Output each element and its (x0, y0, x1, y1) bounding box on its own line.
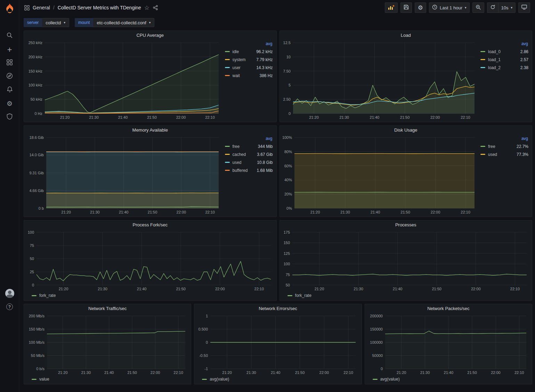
panel-title[interactable]: Process Fork/sec (24, 220, 276, 230)
legend-item[interactable]: fork_rate (287, 292, 311, 299)
panel-memory-available: Memory Available 0 b4.66 Gib9.31 Gib14.0… (24, 125, 277, 217)
legend-item[interactable]: avg(value) (373, 376, 400, 383)
variable-value-mount[interactable]: etc-collectd-collectd.conf ▾ (93, 18, 154, 27)
legend-avg-header: avg (480, 135, 528, 142)
sidebar: + ⚙ ? (0, 0, 19, 392)
legend-swatch (225, 146, 230, 147)
svg-text:200000: 200000 (370, 314, 383, 318)
sidebar-item-server-admin[interactable] (0, 110, 19, 124)
legend-item[interactable]: fork_rate (32, 292, 56, 299)
legend-series-label: system (233, 57, 246, 62)
sidebar-item-alerting[interactable] (0, 83, 19, 97)
tv-mode-button[interactable] (518, 2, 530, 13)
legend-item[interactable]: value (32, 376, 49, 383)
svg-text:150000: 150000 (370, 327, 383, 331)
svg-text:21:50: 21:50 (147, 115, 157, 119)
legend-item[interactable]: buffered1.68 Mib (225, 166, 273, 174)
chart-svg: 0%20%40%60%80%100%21:2021:3021:4021:5022… (283, 135, 477, 215)
plus-icon: + (7, 45, 12, 54)
panel-title[interactable]: Memory Available (24, 126, 276, 135)
legend-item[interactable]: free22.7% (480, 142, 528, 150)
legend-item[interactable]: load_22.38 (480, 64, 528, 72)
legend: avgload_02.86load_12.57load_22.38 (477, 40, 529, 120)
breadcrumb-section[interactable]: General (33, 5, 50, 10)
chart-plot[interactable]: -1-0.5000.500121:2021:3021:4021:5022:002… (197, 313, 358, 376)
refresh-button[interactable] (487, 2, 498, 13)
svg-text:22:10: 22:10 (514, 370, 524, 375)
svg-text:75: 75 (30, 243, 34, 248)
svg-text:100: 100 (28, 230, 34, 234)
svg-text:50: 50 (285, 283, 290, 287)
gear-icon: ⚙ (7, 100, 13, 107)
panel-title[interactable]: Load (280, 31, 532, 40)
sidebar-item-profile[interactable] (0, 286, 19, 300)
legend-avg-header: avg (225, 40, 273, 48)
sidebar-item-create[interactable]: + (0, 43, 19, 56)
panel-title[interactable]: CPU Average (24, 31, 276, 40)
legend-series-label: load_1 (488, 57, 501, 62)
legend-item[interactable]: used10.8 Gib (225, 158, 273, 166)
chart-plot[interactable]: 507510012515017521:2021:3021:4021:5022:0… (283, 230, 529, 292)
chart-plot[interactable]: 0 b/s50 Mb/s100 Mb/s150 Mb/s200 Mb/s21:2… (27, 313, 188, 376)
panel-title[interactable]: Network Packets/sec (365, 304, 532, 313)
svg-text:21:20: 21:20 (314, 287, 324, 291)
panel-title[interactable]: Disk Usage (280, 126, 532, 135)
svg-text:21:30: 21:30 (98, 287, 107, 291)
panel-cpu-average: CPU Average 0 Hz50 kHz100 kHz150 kHz200 … (24, 31, 277, 122)
svg-text:22:00: 22:00 (151, 370, 160, 375)
panel-title[interactable]: Network Traffic/sec (24, 304, 191, 313)
dashboard-title[interactable]: CollectD Server Metrics with TDengine (58, 5, 141, 10)
star-icon[interactable]: ☆ (144, 5, 149, 11)
svg-text:100: 100 (283, 262, 290, 266)
svg-text:25: 25 (30, 270, 34, 274)
svg-text:21:20: 21:20 (59, 287, 68, 291)
zoom-out-button[interactable] (472, 2, 484, 13)
grafana-logo-icon[interactable] (4, 3, 16, 15)
legend-swatch (225, 59, 230, 60)
share-icon[interactable] (153, 5, 158, 10)
sidebar-item-configuration[interactable]: ⚙ (0, 97, 19, 110)
chart-plot[interactable]: 025507510021:2021:3021:4021:5022:0022:10 (27, 230, 274, 292)
legend-item[interactable]: idle96.2 kHz (225, 48, 273, 56)
legend-series-value: 10.8 Gib (257, 160, 273, 165)
chart-plot[interactable]: 0 b4.66 Gib9.31 Gib14.0 Gib18.6 Gib21:20… (27, 135, 221, 215)
sidebar-item-search[interactable] (0, 29, 19, 43)
chart-plot[interactable]: 0%20%40%60%80%100%21:2021:3021:4021:5022… (283, 135, 477, 215)
legend-item[interactable]: load_12.57 (480, 56, 528, 64)
add-panel-button[interactable] (385, 2, 398, 13)
legend: avg(value) (197, 376, 358, 383)
legend-item[interactable]: used77.3% (480, 150, 528, 158)
dashboard-settings-button[interactable]: ⚙ (415, 2, 426, 13)
legend-series-value: 7.79 kHz (256, 57, 273, 62)
save-dashboard-button[interactable] (400, 2, 412, 13)
svg-text:21:20: 21:20 (58, 370, 68, 375)
legend-series-value: 96.2 kHz (256, 49, 273, 54)
legend-item[interactable]: user14.3 kHz (225, 64, 273, 72)
svg-text:4.66 Gib: 4.66 Gib (29, 189, 44, 193)
chart-plot[interactable]: 02.5057.501012.521:2021:3021:4021:5022:0… (283, 40, 477, 120)
legend-swatch (480, 51, 485, 52)
legend-item[interactable]: system7.79 kHz (225, 56, 273, 64)
legend-item[interactable]: wait386 Hz (225, 72, 273, 80)
chart-plot[interactable]: 05000010000015000020000021:2021:3021:402… (368, 313, 529, 376)
monitor-icon (521, 5, 527, 11)
panel-title[interactable]: Processes (280, 220, 532, 230)
legend-item[interactable]: load_02.86 (480, 48, 528, 56)
chart-plot[interactable]: 0 Hz50 kHz100 kHz150 kHz200 kHz250 kHz21… (27, 40, 221, 120)
sidebar-item-help[interactable]: ? (0, 300, 19, 314)
svg-text:100%: 100% (283, 135, 292, 140)
refresh-interval-picker[interactable]: 10s ▾ (498, 2, 516, 13)
legend-item[interactable]: avg(value) (202, 376, 229, 383)
sidebar-item-dashboards[interactable] (0, 56, 19, 70)
legend-item[interactable]: cached3.67 Gib (225, 150, 273, 158)
variable-value-server[interactable]: collectd ▾ (42, 18, 69, 27)
legend-series-label: free (233, 144, 240, 149)
svg-text:21:30: 21:30 (90, 210, 100, 214)
time-range-picker[interactable]: Last 1 hour ▾ (429, 2, 470, 13)
panel-title[interactable]: Network Errors/sec (194, 304, 361, 313)
svg-text:9.31 Gib: 9.31 Gib (29, 171, 44, 175)
sidebar-item-explore[interactable] (0, 70, 19, 83)
legend-item[interactable]: free344 Mib (225, 142, 273, 150)
legend-series-label: used (488, 152, 497, 157)
legend-avg-header: avg (225, 135, 273, 142)
